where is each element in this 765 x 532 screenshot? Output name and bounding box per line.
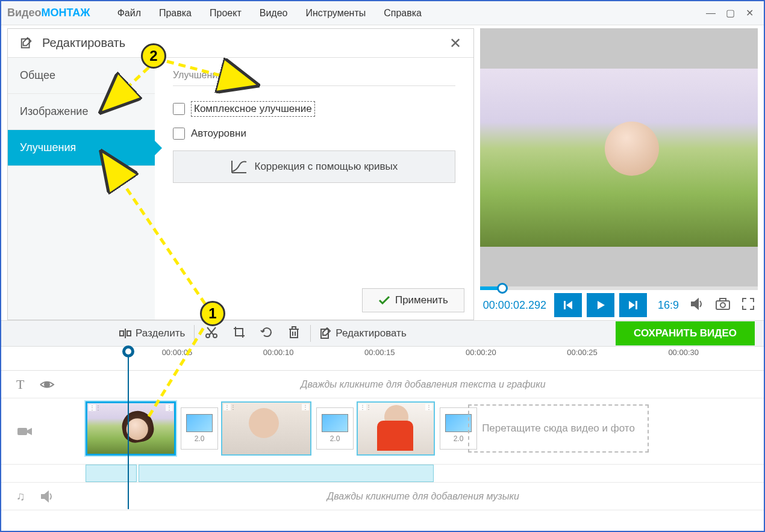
split-label: Разделить [136,327,185,339]
music-icon[interactable]: ♫ [16,489,25,503]
music-track-body[interactable]: Дважды кликните для добавления музыки [83,483,764,510]
prev-button[interactable] [554,293,582,317]
text-track-hint: Дважды кликните для добавления текста и … [83,379,764,390]
clip-grip[interactable]: ⋮⋮ [359,404,366,410]
video-track-head [1,398,83,464]
transition-1[interactable]: 2.0 [181,407,218,450]
svg-rect-2 [635,301,637,309]
logo-part1: Видео [7,7,42,19]
aspect-ratio[interactable]: 16:9 [658,299,679,312]
transition-icon [186,414,213,432]
clip-grip[interactable]: ⋮⋮ [223,404,231,410]
clip-3[interactable]: ⋮⋮⋮⋮ [357,401,435,456]
split-icon [119,327,132,339]
preview-viewport [480,28,758,286]
checkbox-complex-enhance[interactable]: Комплексное улучшение [173,101,455,117]
tab-content: Улучшения Комплексное улучшение Автоуров… [155,58,473,320]
edit-icon [20,37,33,50]
play-button[interactable] [587,293,614,317]
edit-button[interactable]: Редактировать [314,327,412,339]
text-track-head: T [1,371,83,398]
menubar: ВидеоМОНТАЖ Файл Правка Проект Видео Инс… [1,1,764,25]
transition-2[interactable]: 2.0 [316,407,354,450]
text-track-body[interactable]: Дважды кликните для добавления текста и … [83,371,764,398]
delete-icon[interactable] [281,326,307,342]
close-button[interactable]: ✕ [741,6,758,20]
minimize-button[interactable]: — [702,6,719,20]
checkbox-autolevels[interactable]: Автоуровни [173,128,455,140]
checkbox-complex-input[interactable] [173,103,185,115]
ruler[interactable]: 00:00:05 00:00:10 00:00:15 00:00:20 00:0… [1,347,764,371]
timeline-toolbar: Разделить Редактировать СОХРАНИТЬ ВИДЕО [1,320,764,347]
split-button[interactable]: Разделить [113,327,191,339]
menu-file[interactable]: Файл [108,8,150,19]
audio-strip-track [1,465,764,483]
menu-video[interactable]: Видео [251,8,297,19]
tab-enhance[interactable]: Улучшения [8,130,155,166]
pencil-icon [320,327,332,339]
menu-project[interactable]: Проект [201,8,251,19]
app-logo: ВидеоМОНТАЖ [7,7,90,19]
tab-general[interactable]: Общее [8,58,155,94]
panel-close-button[interactable]: ✕ [449,35,461,52]
menu-edit[interactable]: Правка [150,8,201,19]
ruler-tick-label: 00:00:25 [567,348,598,357]
next-button[interactable] [619,293,647,317]
menu-help[interactable]: Справка [375,8,431,19]
video-icon[interactable] [16,425,33,438]
section-title: Улучшения [173,70,455,86]
svg-rect-14 [17,428,27,435]
audio-segment[interactable] [139,465,434,482]
rotate-icon[interactable] [253,326,281,342]
apply-label: Применить [395,294,448,306]
music-track-hint: Дважды кликните для добавления музыки [83,491,764,502]
crop-icon[interactable] [225,326,253,342]
audio-strip-body[interactable] [83,465,764,482]
tab-image[interactable]: Изображение [8,94,155,130]
drop-zone[interactable]: Перетащите сюда видео и фото [468,404,649,453]
main-area: Редактировать ✕ Общее Изображение Улучше… [1,25,764,320]
camera-icon[interactable] [715,297,731,313]
clip-grip[interactable]: ⋮⋮ [302,404,309,410]
svg-rect-1 [564,301,566,309]
annotation-badge-2: 2 [141,43,166,69]
preview-progress[interactable] [480,286,758,290]
curves-button[interactable]: Коррекция с помощью кривых [173,150,455,183]
ruler-tick-label: 00:00:10 [263,348,294,357]
clip-grip[interactable]: ⋮⋮ [89,404,96,411]
clip-grip[interactable]: ⋮⋮ [425,404,432,410]
edit-label: Редактировать [336,327,406,339]
save-video-button[interactable]: СОХРАНИТЬ ВИДЕО [616,321,755,345]
volume-icon[interactable] [690,297,704,313]
clip-1[interactable]: ⋮⋮⋮⋮ [86,401,176,456]
ruler-tick-label: 00:00:05 [162,348,193,357]
text-icon[interactable]: T [16,377,24,392]
clip-grip[interactable]: ⋮⋮ [166,404,173,411]
checkbox-complex-label: Комплексное улучшение [191,101,315,117]
separator [194,325,195,342]
preview-panel: 00:00:02.292 16:9 [480,28,758,320]
checkbox-autolevels-input[interactable] [173,128,185,140]
clip-2[interactable]: ⋮⋮⋮⋮ [221,401,311,456]
timecode: 00:00:02.292 [483,299,546,312]
panel-title: Редактировать [42,36,449,50]
cut-icon[interactable] [198,326,225,342]
menu-tools[interactable]: Инструменты [296,8,375,19]
video-track-body[interactable]: ⋮⋮⋮⋮ 2.0 ⋮⋮⋮⋮ 2.0 ⋮⋮⋮⋮ 2.0 Перетащите сю… [83,398,764,464]
transition-duration: 2.0 [195,435,205,443]
apply-button[interactable]: Применить [362,288,464,312]
progress-handle[interactable] [497,283,508,294]
svg-point-9 [206,334,210,338]
playhead[interactable] [128,347,129,509]
panel-body: Общее Изображение Улучшения Улучшения Ко… [8,58,473,320]
visibility-icon[interactable] [39,379,55,390]
video-thumbnail [480,69,758,247]
checkbox-autolevels-label: Автоуровни [191,128,246,140]
fullscreen-icon[interactable] [742,297,755,313]
speaker-icon[interactable] [40,490,55,503]
playhead-handle[interactable] [122,345,134,357]
ruler-tick-label: 00:00:30 [668,348,699,357]
svg-rect-5 [720,298,726,301]
maximize-button[interactable]: ▢ [722,6,738,20]
audio-segment[interactable] [86,465,137,482]
